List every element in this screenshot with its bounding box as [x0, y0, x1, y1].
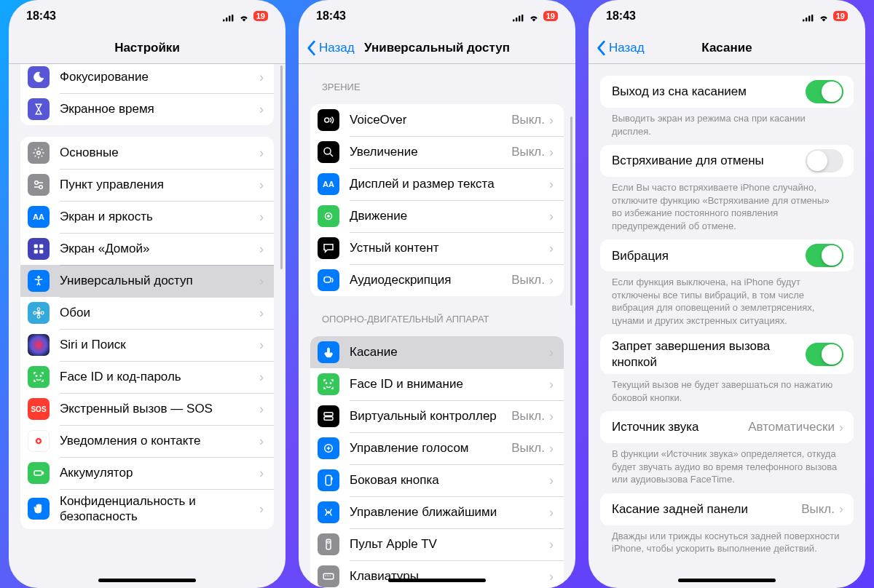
- siri-icon: [28, 334, 50, 356]
- row-label: Управление голосом: [350, 440, 511, 456]
- footer-shake: Если Вы часто встряхиваете iPhone случай…: [600, 177, 854, 232]
- svg-point-13: [38, 276, 40, 278]
- nav-title: Настройки: [114, 41, 180, 55]
- row-label: Боковая кнопка: [350, 472, 549, 488]
- row-state: Выкл.: [511, 273, 545, 287]
- row-motion[interactable]: Движение ›: [310, 200, 564, 232]
- home-indicator[interactable]: [678, 579, 776, 582]
- row-backtap[interactable]: Касание задней панели Выкл. ›: [600, 493, 854, 525]
- row-label: Основные: [60, 145, 259, 160]
- svg-point-20: [40, 375, 42, 376]
- hand-icon: [28, 498, 50, 520]
- row-sos[interactable]: SOS Экстренный вызов — SOS ›: [20, 393, 274, 425]
- footer-audioroute: В функции «Источник звука» определяется,…: [600, 443, 854, 486]
- row-label: Универсальный доступ: [60, 273, 259, 288]
- back-button[interactable]: Назад: [596, 40, 645, 56]
- scrollbar[interactable]: [570, 116, 572, 306]
- remote-icon: [318, 533, 339, 555]
- phone-touch: 18:43 19 Назад Касание Выход из сна каса…: [588, 0, 865, 588]
- phone-accessibility: 18:43 19 Назад Универсальный доступ Зрен…: [299, 0, 575, 588]
- sos-icon: SOS: [28, 398, 50, 420]
- row-virtual-controller[interactable]: Виртуальный контроллер Выкл. ›: [310, 400, 564, 432]
- row-battery[interactable]: Аккумулятор ›: [20, 457, 274, 489]
- row-focus[interactable]: Фокусирование ›: [20, 64, 274, 93]
- row-privacy[interactable]: Конфиденциальность и безопасность ›: [20, 489, 274, 529]
- home-indicator[interactable]: [388, 579, 486, 582]
- row-voice-control[interactable]: Управление голосом Выкл. ›: [310, 432, 564, 464]
- row-faceid[interactable]: Face ID и код-пароль ›: [20, 361, 274, 393]
- switch-shake[interactable]: [806, 149, 843, 172]
- row-state: Выкл.: [801, 502, 835, 517]
- svg-point-18: [41, 311, 44, 314]
- switch-endcall[interactable]: [806, 343, 843, 366]
- svg-rect-12: [40, 250, 44, 254]
- row-touch[interactable]: Касание ›: [310, 336, 564, 368]
- row-vibration[interactable]: Вибрация: [600, 239, 854, 271]
- row-appletv[interactable]: Пульт Apple TV ›: [310, 528, 564, 560]
- row-control-center[interactable]: Пункт управления ›: [20, 169, 274, 201]
- chevron-right-icon: ›: [259, 338, 264, 353]
- row-display[interactable]: AA Экран и яркость ›: [20, 201, 274, 233]
- content-scroll[interactable]: Зрение VoiceOver Выкл. › Увеличение Выкл…: [299, 64, 575, 588]
- row-audiodesc[interactable]: Аудиодескрипция Выкл. ›: [310, 264, 564, 296]
- row-audioroute[interactable]: Источник звука Автоматически ›: [600, 411, 854, 443]
- row-label: Конфиденциальность и безопасность: [60, 493, 259, 525]
- row-spoken[interactable]: Устный контент ›: [310, 232, 564, 264]
- back-label: Назад: [609, 41, 645, 55]
- footer-endcall: Текущий вызов не будет завершаться по на…: [600, 374, 854, 404]
- row-general[interactable]: Основные ›: [20, 137, 274, 169]
- svg-rect-38: [324, 417, 333, 421]
- svg-rect-23: [34, 471, 42, 475]
- content-scroll[interactable]: Фокусирование › Экранное время › Основны…: [9, 64, 286, 588]
- zoom-icon: [318, 141, 339, 163]
- svg-point-44: [328, 541, 330, 544]
- back-label: Назад: [319, 41, 355, 55]
- row-accessibility[interactable]: Универсальный доступ ›: [20, 265, 274, 297]
- row-wallpaper[interactable]: Обои ›: [20, 297, 274, 329]
- chevron-right-icon: ›: [549, 209, 554, 224]
- svg-rect-49: [803, 20, 804, 22]
- row-shake[interactable]: Встряхивание для отмены: [600, 145, 854, 177]
- row-faceid-attention[interactable]: Face ID и внимание ›: [310, 368, 564, 400]
- row-keyboards[interactable]: Клавиатуры ›: [310, 560, 564, 588]
- row-screentime[interactable]: Экранное время ›: [20, 93, 274, 125]
- svg-point-16: [37, 315, 40, 318]
- row-siri[interactable]: Siri и Поиск ›: [20, 329, 274, 361]
- nav-title: Касание: [701, 41, 752, 55]
- wifi-icon: [238, 12, 250, 20]
- row-tapwake[interactable]: Выход из сна касанием: [600, 76, 854, 108]
- chevron-right-icon: ›: [259, 70, 264, 85]
- row-label: Face ID и код-пароль: [60, 369, 259, 384]
- row-label: Обои: [60, 305, 259, 320]
- row-label: Фокусирование: [60, 69, 259, 84]
- row-zoom[interactable]: Увеличение Выкл. ›: [310, 136, 564, 168]
- switch-vibration[interactable]: [806, 244, 843, 267]
- svg-rect-52: [811, 15, 813, 22]
- content-scroll[interactable]: Выход из сна касанием Выводить экран из …: [588, 64, 865, 588]
- row-displaytext[interactable]: AA Дисплей и размер текста ›: [310, 168, 564, 200]
- footer-backtap: Дважды или трижды коснуться задней повер…: [600, 525, 854, 555]
- svg-rect-40: [326, 475, 331, 485]
- row-label: Движение: [350, 208, 549, 223]
- back-button[interactable]: Назад: [306, 40, 355, 56]
- row-contact-notif[interactable]: Уведомления о контакте ›: [20, 425, 274, 457]
- row-endcall[interactable]: Запрет завершения вызова кнопкой: [600, 334, 854, 374]
- hourglass-icon: [28, 98, 50, 120]
- home-indicator[interactable]: [98, 579, 196, 582]
- phone-settings: 18:43 19 Настройки Фокусирование ›: [9, 0, 286, 588]
- row-state: Выкл.: [511, 409, 545, 424]
- scrollbar[interactable]: [280, 65, 283, 269]
- svg-point-19: [36, 375, 37, 376]
- status-bar: 18:43 19: [9, 0, 286, 32]
- switch-tapwake[interactable]: [806, 80, 843, 103]
- row-state: Выкл.: [511, 113, 545, 127]
- svg-point-35: [326, 382, 327, 384]
- svg-point-5: [35, 181, 39, 185]
- svg-rect-0: [223, 20, 224, 22]
- row-voiceover[interactable]: VoiceOver Выкл. ›: [310, 104, 564, 136]
- row-home[interactable]: Экран «Домой» ›: [20, 233, 274, 265]
- row-sidebutton[interactable]: Боковая кнопка ›: [310, 464, 564, 496]
- status-bar: 18:43 19: [588, 0, 865, 32]
- row-nearby[interactable]: Управление ближайшими ›: [310, 496, 564, 528]
- chevron-right-icon: ›: [839, 420, 843, 435]
